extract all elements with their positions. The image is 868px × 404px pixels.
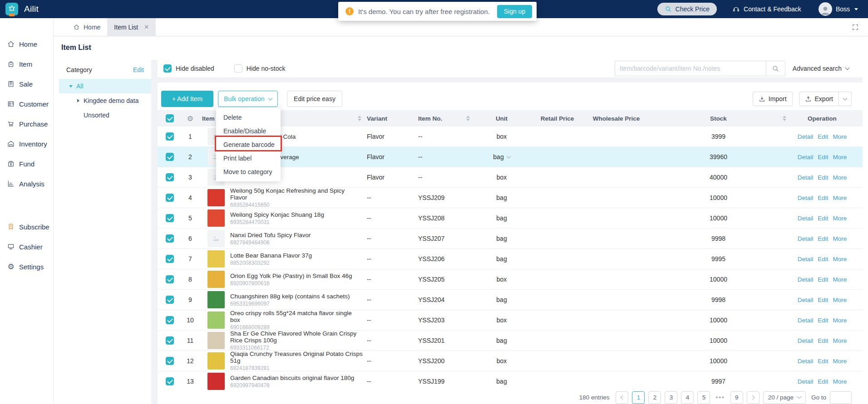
row-checkbox[interactable] bbox=[166, 377, 174, 385]
column-settings-gear-icon[interactable]: ⚙ bbox=[187, 114, 193, 123]
edit-link[interactable]: Edit bbox=[818, 337, 828, 344]
sort-item[interactable] bbox=[358, 116, 361, 121]
more-link[interactable]: More bbox=[833, 154, 847, 161]
page-button-3[interactable]: 3 bbox=[665, 391, 677, 404]
sidebar-item-analysis[interactable]: Analysis bbox=[0, 174, 53, 194]
hide-no-stock-filter[interactable]: Hide no-stock bbox=[234, 64, 286, 73]
export-button[interactable]: Export bbox=[799, 92, 839, 106]
more-link[interactable]: More bbox=[833, 378, 847, 385]
edit-link[interactable]: Edit bbox=[818, 256, 828, 263]
menu-item-print-label[interactable]: Print label bbox=[216, 151, 281, 165]
goto-page-input[interactable] bbox=[830, 391, 852, 404]
sidebar-item-fund[interactable]: Fund bbox=[0, 154, 53, 174]
edit-link[interactable]: Edit bbox=[818, 174, 828, 181]
detail-link[interactable]: Detail bbox=[798, 276, 814, 283]
sidebar-item-subscribe[interactable]: Subscribe bbox=[0, 217, 53, 237]
detail-link[interactable]: Detail bbox=[798, 378, 814, 385]
more-link[interactable]: More bbox=[833, 215, 847, 222]
more-link[interactable]: More bbox=[833, 195, 847, 201]
search-button[interactable] bbox=[766, 61, 785, 76]
sidebar-item-inventory[interactable]: Inventory bbox=[0, 134, 53, 154]
caret-down-icon[interactable] bbox=[69, 85, 73, 88]
edit-price-easy-button[interactable]: Edit price easy bbox=[287, 91, 342, 107]
expand-icon[interactable] bbox=[852, 24, 859, 31]
edit-link[interactable]: Edit bbox=[818, 195, 828, 201]
user-menu[interactable]: Boss bbox=[819, 2, 858, 16]
row-checkbox[interactable] bbox=[166, 336, 174, 345]
export-dropdown-button[interactable] bbox=[839, 92, 852, 106]
sidebar-item-item[interactable]: Item bbox=[0, 54, 53, 74]
unit-dropdown-icon[interactable] bbox=[506, 154, 511, 158]
hide-disabled-filter[interactable]: Hide disabled bbox=[163, 64, 214, 73]
edit-link[interactable]: Edit bbox=[818, 378, 828, 385]
row-checkbox[interactable] bbox=[166, 173, 174, 181]
bulk-operation-button[interactable]: Bulk operation bbox=[218, 91, 278, 107]
add-item-button[interactable]: + Add Item bbox=[161, 91, 213, 107]
edit-link[interactable]: Edit bbox=[818, 276, 828, 283]
more-link[interactable]: More bbox=[833, 174, 847, 181]
page-button-1[interactable]: 1 bbox=[632, 391, 645, 404]
edit-link[interactable]: Edit bbox=[818, 133, 828, 140]
category-item-all[interactable]: All bbox=[59, 79, 151, 93]
detail-link[interactable]: Detail bbox=[798, 297, 814, 303]
detail-link[interactable]: Detail bbox=[798, 317, 814, 324]
row-checkbox[interactable] bbox=[166, 214, 174, 222]
edit-link[interactable]: Edit bbox=[818, 297, 828, 303]
import-button[interactable]: Import bbox=[753, 92, 793, 106]
sidebar-item-sale[interactable]: Sale bbox=[0, 74, 53, 94]
edit-link[interactable]: Edit bbox=[818, 358, 828, 365]
category-item-kingdee-demo-data[interactable]: Kingdee demo data bbox=[59, 93, 151, 108]
row-checkbox[interactable] bbox=[166, 316, 174, 324]
page-jump-dots[interactable]: ••• bbox=[714, 391, 726, 404]
detail-link[interactable]: Detail bbox=[798, 174, 814, 181]
detail-link[interactable]: Detail bbox=[798, 195, 814, 201]
contact-feedback-button[interactable]: Contact & Feedback bbox=[732, 5, 801, 13]
edit-link[interactable]: Edit bbox=[818, 317, 828, 324]
close-icon[interactable]: ✕ bbox=[144, 24, 149, 30]
more-link[interactable]: More bbox=[833, 297, 847, 303]
category-edit-link[interactable]: Edit bbox=[133, 66, 144, 73]
sidebar-item-settings[interactable]: ⚙Settings bbox=[0, 257, 53, 277]
more-link[interactable]: More bbox=[833, 256, 847, 263]
detail-link[interactable]: Detail bbox=[798, 358, 814, 365]
search-input[interactable] bbox=[615, 61, 766, 76]
row-checkbox[interactable] bbox=[166, 357, 174, 365]
check-price-button[interactable]: Check Price bbox=[657, 3, 717, 15]
page-button-9[interactable]: 9 bbox=[730, 391, 743, 404]
row-checkbox[interactable] bbox=[166, 234, 174, 243]
row-checkbox[interactable] bbox=[166, 296, 174, 304]
page-button-2[interactable]: 2 bbox=[648, 391, 661, 404]
row-checkbox[interactable] bbox=[166, 255, 174, 263]
sidebar-item-purchase[interactable]: Purchase bbox=[0, 114, 53, 134]
menu-item-move-to-category[interactable]: Move to category bbox=[216, 165, 281, 179]
more-link[interactable]: More bbox=[833, 337, 847, 344]
page-size-select[interactable]: 20 / page bbox=[763, 391, 806, 404]
more-link[interactable]: More bbox=[833, 235, 847, 242]
detail-link[interactable]: Detail bbox=[798, 154, 814, 161]
edit-link[interactable]: Edit bbox=[818, 154, 828, 161]
hide-disabled-checkbox[interactable] bbox=[163, 64, 172, 73]
edit-link[interactable]: Edit bbox=[818, 215, 828, 222]
prev-page-button[interactable] bbox=[616, 391, 628, 404]
edit-link[interactable]: Edit bbox=[818, 235, 828, 242]
detail-link[interactable]: Detail bbox=[798, 133, 814, 140]
row-checkbox[interactable] bbox=[166, 275, 174, 283]
more-link[interactable]: More bbox=[833, 133, 847, 140]
tab-item-list[interactable]: Item List ✕ bbox=[107, 18, 156, 36]
row-checkbox[interactable] bbox=[166, 132, 174, 141]
more-link[interactable]: More bbox=[833, 317, 847, 324]
detail-link[interactable]: Detail bbox=[798, 215, 814, 222]
detail-link[interactable]: Detail bbox=[798, 256, 814, 263]
tab-home[interactable]: Home bbox=[66, 18, 107, 36]
sidebar-item-cashier[interactable]: Cashier bbox=[0, 237, 53, 257]
page-button-4[interactable]: 4 bbox=[681, 391, 694, 404]
sidebar-item-home[interactable]: Home bbox=[0, 34, 53, 54]
menu-item-delete[interactable]: Delete bbox=[216, 111, 281, 124]
detail-link[interactable]: Detail bbox=[798, 235, 814, 242]
advanced-search-toggle[interactable]: Advanced search bbox=[793, 65, 849, 72]
select-all-checkbox[interactable] bbox=[166, 114, 174, 122]
next-page-button[interactable] bbox=[747, 391, 760, 404]
row-checkbox[interactable] bbox=[166, 194, 174, 202]
more-link[interactable]: More bbox=[833, 358, 847, 365]
sort-stock[interactable] bbox=[783, 116, 786, 121]
